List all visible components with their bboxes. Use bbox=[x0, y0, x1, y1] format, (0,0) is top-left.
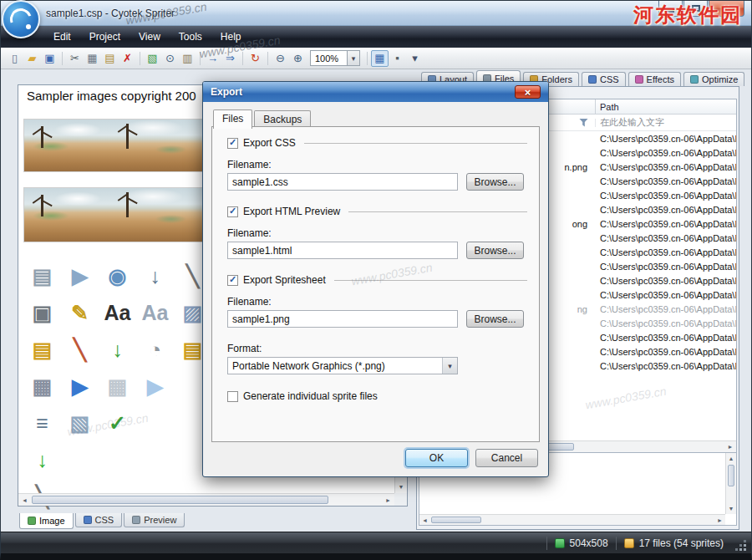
camera-icon[interactable]: ▦ bbox=[23, 368, 61, 405]
file-path: C:\Users\pc0359.cn-06\AppData\R bbox=[596, 233, 736, 243]
export-images-button[interactable]: ▧ bbox=[144, 50, 161, 67]
scroll-up-button[interactable] bbox=[726, 453, 736, 464]
send-all-button[interactable]: ⇒ bbox=[221, 50, 239, 67]
empty-cell[interactable] bbox=[99, 441, 136, 478]
menu-item[interactable]: Help bbox=[211, 27, 251, 47]
browse-button[interactable]: Browse... bbox=[466, 310, 524, 328]
menu-item[interactable]: Project bbox=[80, 27, 130, 47]
scroll-thumb[interactable] bbox=[728, 465, 734, 486]
toolbar-icon: ▣ bbox=[44, 53, 54, 64]
cancel-button[interactable]: Cancel bbox=[475, 449, 538, 467]
database-yellow-icon[interactable]: ▤ bbox=[23, 331, 61, 368]
scroll-left-button[interactable] bbox=[419, 515, 430, 525]
format-combobox[interactable]: Portable Network Graphics (*.png) bbox=[227, 357, 458, 374]
zoom-sprite-icon[interactable]: ◉ bbox=[99, 257, 136, 294]
scroll-thumb[interactable] bbox=[431, 517, 481, 523]
dialog-tab-files[interactable]: Files bbox=[213, 109, 252, 129]
tab-css[interactable]: CSS bbox=[582, 72, 626, 86]
scroll-right-button[interactable] bbox=[724, 441, 736, 452]
layout-button[interactable]: ▪ bbox=[389, 50, 406, 67]
tree-view-icon[interactable]: ≡ bbox=[23, 405, 61, 441]
empty-cell[interactable] bbox=[61, 441, 99, 478]
scroll-thumb[interactable] bbox=[32, 496, 328, 504]
tab-preview[interactable]: Preview bbox=[124, 513, 185, 527]
filename-input[interactable] bbox=[227, 242, 458, 259]
play-light-icon[interactable]: ▶ bbox=[136, 368, 174, 405]
browse-button[interactable]: Browse... bbox=[466, 242, 524, 259]
send-to-button[interactable]: → bbox=[204, 50, 221, 67]
zoom-fit-button[interactable]: ⊕ bbox=[289, 50, 307, 67]
tab-effects[interactable]: Effects bbox=[628, 72, 681, 86]
generate-label: Generate individual sprite files bbox=[243, 390, 378, 402]
export-css-checkbox[interactable]: ✓ bbox=[227, 138, 238, 149]
dialog-title-bar[interactable]: Export bbox=[203, 82, 548, 102]
empty-cell[interactable] bbox=[136, 441, 174, 478]
save-button[interactable]: ▣ bbox=[41, 50, 58, 67]
camera-light-icon[interactable]: ▦ bbox=[99, 368, 136, 405]
scroll-right-button[interactable] bbox=[382, 494, 394, 506]
font-dark-icon[interactable]: Aa bbox=[99, 294, 136, 331]
empty-cell[interactable] bbox=[136, 405, 174, 441]
image-export-icon[interactable]: ▧ bbox=[61, 405, 99, 441]
cut-button[interactable]: ✂ bbox=[66, 50, 84, 67]
play-icon[interactable]: ▶ bbox=[61, 257, 99, 294]
filename-input[interactable] bbox=[227, 173, 458, 191]
sprite-landscape-1[interactable] bbox=[23, 119, 204, 172]
history-icon[interactable]: ◔ bbox=[136, 331, 174, 368]
package-down-icon[interactable]: ↓ bbox=[136, 257, 174, 294]
browse-button[interactable]: Browse... bbox=[466, 173, 524, 191]
paste-button[interactable]: ▤ bbox=[101, 50, 119, 67]
export-html-checkbox[interactable]: ✓ bbox=[227, 206, 238, 217]
generate-individual-checkbox[interactable] bbox=[227, 391, 238, 402]
new-document-button[interactable]: ▯ bbox=[6, 50, 23, 67]
grid-options-button[interactable]: ▾ bbox=[406, 50, 424, 67]
checklist-icon[interactable]: ✓ bbox=[99, 405, 136, 441]
grid-toggle-button[interactable]: ▦ bbox=[371, 50, 389, 67]
tab-optimize[interactable]: Optimize bbox=[683, 72, 744, 86]
menu-item[interactable]: Edit bbox=[44, 27, 80, 47]
dialog-tab-backups[interactable]: Backups bbox=[254, 110, 311, 128]
chevron-down-icon[interactable] bbox=[347, 51, 359, 65]
path-column-header[interactable]: Path bbox=[596, 99, 736, 114]
tab-image[interactable]: Image bbox=[19, 513, 74, 529]
play-blue-icon[interactable]: ▶ bbox=[61, 368, 99, 405]
resize-grip[interactable] bbox=[734, 538, 749, 553]
printer-icon[interactable]: ▣ bbox=[23, 294, 61, 331]
sprite-landscape-2[interactable] bbox=[23, 187, 204, 242]
scroll-down-button[interactable] bbox=[395, 481, 407, 493]
scroll-down-button[interactable] bbox=[726, 503, 736, 514]
filename-row: Browse... bbox=[227, 242, 529, 259]
tab-icon bbox=[84, 516, 92, 524]
open-folder-button[interactable]: ▰ bbox=[23, 50, 41, 67]
zoom-combobox[interactable]: 100% bbox=[310, 50, 360, 66]
delete-button[interactable]: ✗ bbox=[119, 50, 136, 67]
menu-item[interactable]: Tools bbox=[170, 27, 211, 47]
chevron-down-icon[interactable] bbox=[442, 358, 457, 374]
export-spritesheet-checkbox[interactable]: ✓ bbox=[227, 275, 238, 286]
file-path: C:\Users\pc0359.cn-06\AppData\R bbox=[596, 318, 736, 328]
menu-item[interactable]: View bbox=[130, 27, 170, 47]
filter-funnel-icon[interactable] bbox=[579, 119, 588, 127]
arrow-down-green-icon[interactable]: ↓ bbox=[23, 441, 61, 478]
dialog-close-button[interactable] bbox=[515, 85, 541, 99]
search-button[interactable]: ⊙ bbox=[161, 50, 179, 67]
filename-input[interactable] bbox=[227, 310, 458, 328]
download-green-icon[interactable]: ↓ bbox=[99, 331, 136, 368]
scroll-right-button[interactable] bbox=[714, 515, 725, 525]
copy-button[interactable]: ▦ bbox=[84, 50, 101, 67]
package-button[interactable]: ▥ bbox=[179, 50, 196, 67]
refresh-button[interactable]: ↻ bbox=[246, 50, 264, 67]
toolbar-icon: ▪ bbox=[395, 53, 399, 64]
font-light-icon[interactable]: Aa bbox=[136, 294, 174, 331]
tab-css-bottom[interactable]: CSS bbox=[75, 513, 123, 527]
zoom-out-button[interactable]: ⊖ bbox=[272, 50, 289, 67]
database-icon[interactable]: ▤ bbox=[23, 257, 61, 294]
note-edit-icon[interactable]: ✎ bbox=[61, 294, 99, 331]
filter-input[interactable]: 在此处输入文字 bbox=[596, 116, 736, 129]
scroll-left-button[interactable] bbox=[18, 494, 31, 506]
toolbar-icon: ⇒ bbox=[226, 53, 235, 64]
separator-rule bbox=[348, 211, 527, 212]
eyedropper-red-icon[interactable]: ╲ bbox=[61, 331, 99, 368]
toolbar-separator bbox=[140, 52, 140, 65]
ok-button[interactable]: OK bbox=[405, 449, 468, 467]
